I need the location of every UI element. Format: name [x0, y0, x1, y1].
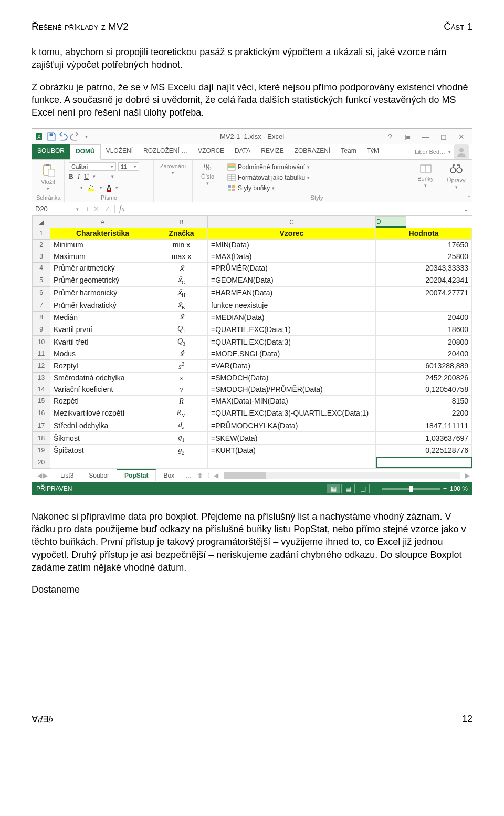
- cell[interactable]: Kvartil třetí: [50, 336, 155, 348]
- active-cell-d20[interactable]: [376, 457, 472, 468]
- cell[interactable]: =PRŮMODCHYLKA(Data): [208, 419, 376, 432]
- cell[interactable]: R: [155, 395, 208, 407]
- cell[interactable]: Rozpětí: [50, 395, 155, 407]
- view-page-break-icon[interactable]: ◫: [356, 484, 370, 493]
- cell[interactable]: Průměr geometrický: [50, 274, 155, 286]
- format-as-table-button[interactable]: Formátovat jako tabulku▾: [227, 173, 406, 182]
- cell[interactable]: Rozptyl: [50, 359, 155, 372]
- col-header-d[interactable]: D: [376, 216, 406, 228]
- fill-color-button[interactable]: [87, 182, 96, 192]
- cell[interactable]: =MODE.SNGL(Data): [208, 348, 376, 359]
- cell[interactable]: 20400: [376, 312, 472, 323]
- font-name-select[interactable]: Calibri▾: [69, 162, 116, 171]
- redo-icon[interactable]: [70, 132, 79, 141]
- cell[interactable]: =PRŮMĚR(Data): [208, 262, 376, 274]
- cell[interactable]: x̄G: [155, 274, 208, 286]
- borders-dropdown[interactable]: [69, 184, 76, 191]
- cell[interactable]: 0,120540758: [376, 384, 472, 395]
- cell[interactable]: x̄: [155, 262, 208, 274]
- close-icon[interactable]: ✕: [453, 131, 470, 142]
- number-button[interactable]: % Číslo ▾: [197, 162, 218, 187]
- cell[interactable]: 1847,111111: [376, 419, 472, 432]
- cell[interactable]: =QUARTIL.EXC(Data;3)-QUARTIL.EXC(Data;1): [208, 407, 376, 419]
- cell[interactable]: da: [155, 419, 208, 432]
- hscroll-left-icon[interactable]: ◀: [212, 472, 220, 479]
- cell[interactable]: Modus: [50, 348, 155, 359]
- cell[interactable]: max x: [155, 251, 208, 262]
- cell[interactable]: Variační koeficient: [50, 384, 155, 395]
- collapse-ribbon-icon[interactable]: ˆ: [468, 195, 470, 201]
- zoom-in-icon[interactable]: +: [443, 485, 447, 492]
- tab-data[interactable]: DATA: [229, 144, 256, 159]
- cell[interactable]: =MIN(Data): [208, 239, 376, 251]
- tab-domu[interactable]: DOMŮ: [70, 144, 101, 160]
- cell-styles-button[interactable]: Styly buňky▾: [227, 184, 406, 192]
- cell[interactable]: Průměr kvadratický: [50, 299, 155, 312]
- qat-customize-icon[interactable]: ▾: [81, 132, 91, 141]
- cells-button[interactable]: Buňky ▾: [415, 162, 436, 189]
- user-account[interactable]: Libor Bed…▾: [412, 144, 472, 159]
- cell[interactable]: Medián: [50, 312, 155, 323]
- sheet-tab-box[interactable]: Box: [156, 470, 182, 481]
- new-sheet-icon[interactable]: ⊕: [195, 472, 205, 479]
- cell[interactable]: 8150: [376, 395, 472, 407]
- tab-soubor[interactable]: SOUBOR: [32, 144, 70, 159]
- cell[interactable]: 0,225128776: [376, 445, 472, 457]
- undo-icon[interactable]: [58, 132, 68, 141]
- cell[interactable]: =QUARTIL.EXC(Data;3): [208, 336, 376, 348]
- cell[interactable]: =SMODCH(Data)/PRŮMĚR(Data): [208, 384, 376, 395]
- cell[interactable]: v: [155, 384, 208, 395]
- cell[interactable]: =VAR(Data): [208, 359, 376, 372]
- italic-button[interactable]: I: [78, 172, 80, 181]
- tab-vzorce[interactable]: VZORCE: [193, 144, 229, 159]
- cell[interactable]: 2200: [376, 407, 472, 419]
- cell[interactable]: =MEDIAN(Data): [208, 312, 376, 323]
- cell[interactable]: Průměr aritmetický: [50, 262, 155, 274]
- bold-button[interactable]: B: [69, 172, 74, 181]
- font-size-select[interactable]: 11▾: [118, 162, 139, 171]
- cell[interactable]: Průměr harmonický: [50, 286, 155, 299]
- cell[interactable]: =HARMEAN(Data): [208, 286, 376, 299]
- sheet-more-icon[interactable]: …: [182, 472, 195, 479]
- zoom-slider[interactable]: [382, 488, 440, 490]
- tab-team[interactable]: Team: [335, 144, 361, 159]
- tab-rozlozeni[interactable]: ROZLOŽENÍ …: [138, 144, 193, 159]
- sheet-nav-next-icon[interactable]: ▶: [43, 472, 48, 479]
- horizontal-scrollbar[interactable]: [220, 472, 463, 479]
- expand-formula-bar-icon[interactable]: ⌄: [460, 205, 472, 213]
- view-page-layout-icon[interactable]: ▤: [341, 484, 355, 493]
- cell[interactable]: =MAX(Data): [208, 251, 376, 262]
- cell[interactable]: 1,033637697: [376, 432, 472, 445]
- sheet-nav-prev-icon[interactable]: ◀: [37, 472, 42, 479]
- alignment-button[interactable]: Zarovnání ▾: [158, 162, 188, 177]
- cell[interactable]: s2: [155, 359, 208, 372]
- cell[interactable]: Q1: [155, 323, 208, 336]
- cell[interactable]: [376, 299, 472, 312]
- sheet-tab-popstat[interactable]: PopStat: [117, 469, 156, 481]
- cell[interactable]: Střední odchylka: [50, 419, 155, 432]
- ribbon-display-icon[interactable]: ▣: [400, 131, 416, 142]
- border-button[interactable]: [100, 173, 107, 180]
- sheet-tab-soubor[interactable]: Soubor: [81, 470, 117, 481]
- cell[interactable]: =QUARTIL.EXC(Data;1): [208, 323, 376, 336]
- cell[interactable]: 25800: [376, 251, 472, 262]
- cell[interactable]: =SMODCH(Data): [208, 372, 376, 384]
- cancel-formula-icon[interactable]: ✕: [93, 205, 99, 213]
- editing-button[interactable]: Úpravy ▾: [445, 162, 468, 191]
- cell[interactable]: x̃: [155, 312, 208, 323]
- conditional-formatting-button[interactable]: Podmíněné formátování▾: [227, 163, 406, 171]
- cell[interactable]: funkce neexistuje: [208, 299, 376, 312]
- cell[interactable]: g1: [155, 432, 208, 445]
- paste-button[interactable]: Vložit ▾: [36, 162, 60, 192]
- cell[interactable]: x̄K: [155, 299, 208, 312]
- cell[interactable]: x̂: [155, 348, 208, 359]
- help-icon[interactable]: ?: [382, 131, 398, 142]
- view-normal-icon[interactable]: ▦: [327, 484, 340, 493]
- cell[interactable]: =GEOMEAN(Data): [208, 274, 376, 286]
- hscroll-right-icon[interactable]: ▶: [463, 472, 472, 479]
- cell[interactable]: 6013288,889: [376, 359, 472, 372]
- cell[interactable]: 20343,33333: [376, 262, 472, 274]
- col-header-b[interactable]: B: [155, 216, 208, 228]
- cell[interactable]: Šikmost: [50, 432, 155, 445]
- accept-formula-icon[interactable]: ✓: [104, 205, 110, 213]
